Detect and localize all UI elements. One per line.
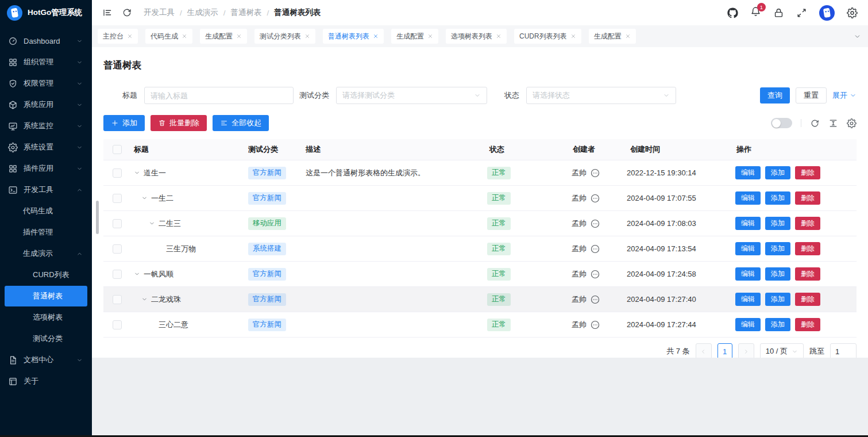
sidebar-item-code-generation[interactable]: 代码生成: [5, 201, 87, 221]
tabs-dropdown-icon[interactable]: [854, 33, 861, 40]
next-page-button[interactable]: [738, 343, 754, 358]
row-checkbox[interactable]: [113, 194, 122, 203]
tab-2[interactable]: 生成配置: [200, 29, 247, 44]
tab-close-icon[interactable]: [236, 33, 242, 39]
edit-button[interactable]: 编辑: [735, 166, 761, 179]
sidebar-item-plugin-app[interactable]: 插件应用: [5, 158, 87, 179]
settings-gear-icon[interactable]: [847, 7, 858, 18]
row-delete-button[interactable]: 删除: [795, 191, 820, 205]
user-avatar[interactable]: [819, 5, 835, 21]
sidebar-item-normal-tree-table[interactable]: 普通树表: [5, 286, 87, 306]
notification-bell[interactable]: 1: [750, 6, 761, 20]
reset-button[interactable]: 重置: [796, 87, 827, 103]
row-checkbox[interactable]: [113, 168, 122, 178]
tree-expand-icon[interactable]: [141, 195, 148, 201]
row-density-icon[interactable]: [828, 118, 838, 128]
tab-3[interactable]: 测试分类列表: [254, 29, 315, 44]
tab-close-icon[interactable]: [304, 33, 310, 39]
menu-collapse-icon[interactable]: [102, 7, 113, 18]
page-1-button[interactable]: 1: [717, 343, 732, 358]
row-add-button[interactable]: 添加: [765, 166, 790, 179]
add-button[interactable]: 添加: [103, 115, 145, 131]
batch-delete-button[interactable]: 批量删除: [151, 115, 207, 131]
page-size-select[interactable]: 10 / 页: [760, 343, 804, 358]
category-filter-select[interactable]: 请选择测试分类: [336, 87, 487, 104]
row-add-button[interactable]: 添加: [765, 267, 790, 281]
creator-more-icon[interactable]: [591, 270, 600, 279]
row-delete-button[interactable]: 删除: [795, 166, 820, 179]
edit-button[interactable]: 编辑: [735, 242, 761, 255]
table-refresh-icon[interactable]: [810, 118, 820, 128]
tree-expand-icon[interactable]: [141, 296, 148, 302]
tab-7[interactable]: CUDR列表列表: [514, 29, 581, 44]
tab-close-icon[interactable]: [570, 33, 576, 39]
row-checkbox[interactable]: [113, 320, 122, 329]
column-settings-gear-icon[interactable]: [847, 118, 857, 128]
tab-close-icon[interactable]: [427, 33, 433, 39]
row-delete-button[interactable]: 删除: [795, 242, 820, 255]
tab-close-icon[interactable]: [182, 33, 187, 39]
expand-filters-link[interactable]: 展开: [832, 90, 857, 101]
row-checkbox[interactable]: [113, 219, 122, 228]
creator-more-icon[interactable]: [591, 194, 600, 203]
tab-5[interactable]: 生成配置: [391, 29, 438, 44]
lock-icon[interactable]: [773, 7, 784, 18]
sidebar-item-test-category[interactable]: 测试分类: [5, 328, 87, 349]
row-delete-button[interactable]: 删除: [795, 267, 820, 281]
sidebar-item-system-monitor[interactable]: 系统监控: [5, 116, 87, 136]
row-checkbox[interactable]: [113, 270, 122, 279]
row-checkbox[interactable]: [113, 244, 122, 254]
app-logo[interactable]: HotGo管理系统: [0, 0, 92, 25]
fullscreen-icon[interactable]: [796, 7, 807, 18]
tab-0[interactable]: 主控台: [98, 29, 138, 44]
row-checkbox[interactable]: [113, 295, 122, 304]
edit-button[interactable]: 编辑: [735, 191, 761, 205]
scrollbar-thumb[interactable]: [96, 201, 99, 234]
prev-page-button[interactable]: [696, 343, 712, 358]
tab-6[interactable]: 选项树表列表: [446, 29, 507, 44]
row-add-button[interactable]: 添加: [765, 293, 790, 306]
search-button[interactable]: 查询: [760, 87, 790, 103]
sidebar-item-about[interactable]: 关于: [5, 371, 87, 392]
row-delete-button[interactable]: 删除: [795, 293, 820, 306]
edit-button[interactable]: 编辑: [735, 267, 761, 281]
title-filter-input[interactable]: [144, 87, 294, 104]
tab-close-icon[interactable]: [373, 33, 379, 39]
sidebar-item-dev-tools[interactable]: 开发工具: [5, 179, 87, 200]
select-all-checkbox[interactable]: [113, 145, 122, 154]
sidebar-item-generation-demo[interactable]: 生成演示: [5, 243, 87, 264]
row-delete-button[interactable]: 删除: [795, 318, 820, 331]
tree-expand-icon[interactable]: [134, 170, 140, 176]
sidebar-item-system-app[interactable]: 系统应用: [5, 94, 87, 115]
sidebar-item-org-management[interactable]: 组织管理: [5, 52, 87, 72]
tab-4[interactable]: 普通树表列表: [323, 29, 384, 44]
sidebar-item-option-tree-table[interactable]: 选项树表: [5, 307, 87, 328]
tab-8[interactable]: 生成配置: [589, 29, 636, 44]
sidebar-item-document-center[interactable]: 文档中心: [5, 350, 87, 370]
tab-close-icon[interactable]: [625, 33, 631, 39]
breadcrumb-item[interactable]: 生成演示: [187, 7, 218, 18]
status-filter-select[interactable]: 请选择状态: [526, 87, 676, 104]
creator-more-icon[interactable]: [591, 168, 600, 178]
jump-page-input[interactable]: [830, 343, 857, 358]
tree-expand-icon[interactable]: [149, 220, 155, 227]
breadcrumb-item[interactable]: 普通树表: [231, 7, 262, 18]
edit-button[interactable]: 编辑: [735, 217, 761, 230]
row-add-button[interactable]: 添加: [765, 191, 790, 205]
edit-button[interactable]: 编辑: [735, 293, 761, 306]
row-add-button[interactable]: 添加: [765, 242, 790, 255]
tree-expand-icon[interactable]: [134, 271, 140, 277]
row-add-button[interactable]: 添加: [765, 217, 790, 230]
tab-close-icon[interactable]: [496, 33, 501, 39]
tab-close-icon[interactable]: [127, 33, 133, 39]
creator-more-icon[interactable]: [591, 244, 600, 254]
sidebar-item-system-settings[interactable]: 系统设置: [5, 137, 87, 158]
creator-more-icon[interactable]: [591, 219, 600, 228]
collapse-all-button[interactable]: 全部收起: [213, 115, 269, 131]
page-refresh-icon[interactable]: [122, 7, 132, 18]
edit-button[interactable]: 编辑: [735, 318, 761, 331]
creator-more-icon[interactable]: [591, 320, 600, 329]
creator-more-icon[interactable]: [591, 295, 600, 304]
row-delete-button[interactable]: 删除: [795, 217, 820, 230]
tab-1[interactable]: 代码生成: [145, 29, 192, 44]
